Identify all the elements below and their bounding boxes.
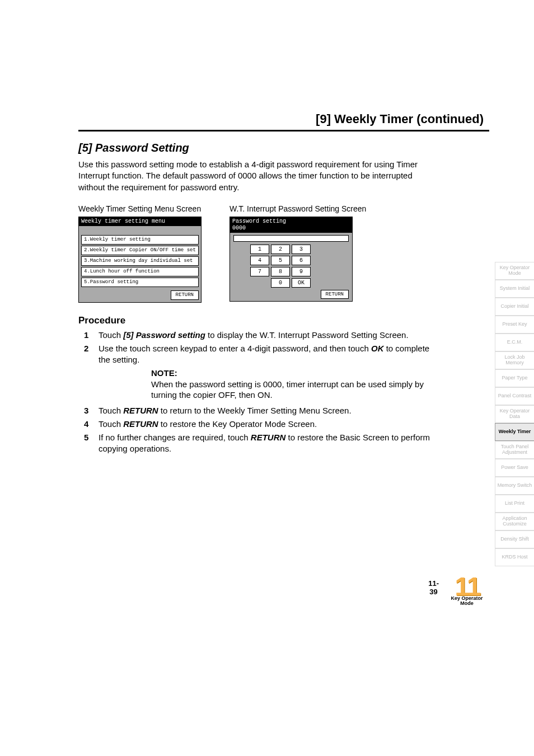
footer: 11-39 11 Key Operator Mode [78, 595, 489, 640]
procedure-step-4: 4 Touch RETURN to restore the Key Operat… [84, 419, 431, 430]
procedure-step-5: 5 If no further changes are required, to… [84, 432, 431, 455]
tab-key-operator-data[interactable]: Key Operator Data [495, 405, 534, 423]
password-screen-block: W.T. Interrupt Password Setting Screen P… [229, 204, 366, 303]
document-page: [9] Weekly Timer (continued) [5] Passwor… [0, 0, 534, 673]
tab-memory-switch[interactable]: Memory Switch [495, 477, 534, 495]
keypad-8[interactable]: 8 [271, 267, 290, 276]
password-screen-title: Password setting [232, 218, 350, 225]
keypad-0[interactable]: 0 [271, 278, 290, 288]
menu-return-button[interactable]: RETURN [171, 290, 199, 300]
menu-screen: Weekly timer setting menu 1.Weekly timer… [78, 217, 202, 303]
password-keypad: 1 2 3 4 5 6 7 8 9 0 OK [230, 243, 352, 290]
tab-system-initial[interactable]: System Initial [495, 280, 534, 298]
chapter-number: 11 [444, 576, 489, 597]
procedure-step-2: 2 Use the touch screen keypad to enter a… [84, 343, 431, 366]
header-title: [9] Weekly Timer (continued) [78, 112, 489, 126]
keypad-3[interactable]: 3 [292, 245, 311, 254]
note-text: When the password setting is 0000, timer… [151, 379, 431, 401]
note-label: NOTE: [151, 368, 431, 378]
tab-ecm[interactable]: E.C.M. [495, 334, 534, 351]
screens-row: Weekly Timer Setting Menu Screen Weekly … [78, 204, 489, 303]
section-intro: Use this password setting mode to establ… [78, 159, 425, 193]
sidebar-tabs: Key Operator Mode System Initial Copier … [495, 262, 534, 566]
tab-krds-host[interactable]: KRDS Host [495, 548, 534, 566]
password-screen-value: 0000 [232, 225, 350, 232]
menu-item-4[interactable]: 4.Lunch hour off function [81, 267, 199, 276]
menu-item-2[interactable]: 2.Weekly timer Copier ON/OFF time set [81, 246, 199, 255]
tab-copier-initial[interactable]: Copier Initial [495, 298, 534, 316]
keypad-2[interactable]: 2 [271, 245, 290, 254]
tab-density-shift[interactable]: Density Shift [495, 530, 534, 548]
keypad-4[interactable]: 4 [250, 256, 269, 265]
keypad-9[interactable]: 9 [292, 267, 311, 276]
tab-paper-type[interactable]: Paper Type [495, 369, 534, 387]
section-title: [5] Password Setting [78, 142, 489, 154]
keypad-ok[interactable]: OK [292, 278, 311, 288]
tab-application-customize[interactable]: Application Customize [495, 513, 534, 530]
menu-item-1[interactable]: 1.Weekly timer setting [81, 235, 199, 245]
tab-lock-job-memory[interactable]: Lock Job Memory [495, 351, 534, 369]
tab-list-print[interactable]: List Print [495, 495, 534, 513]
password-screen: Password setting 0000 1 2 3 4 5 6 7 8 9 … [229, 217, 353, 302]
procedure-step-1: 1 Touch [5] Password setting to display … [84, 330, 431, 341]
note-block: NOTE: When the password setting is 0000,… [151, 368, 431, 401]
step-number: 3 [84, 405, 99, 416]
tab-key-operator-mode[interactable]: Key Operator Mode [495, 262, 534, 280]
tab-touch-panel-adjustment[interactable]: Touch Panel Adjustment [495, 441, 534, 459]
keypad-6[interactable]: 6 [292, 256, 311, 265]
keypad-5[interactable]: 5 [271, 256, 290, 265]
tab-panel-contrast[interactable]: Panel Contrast [495, 387, 534, 405]
chapter-label: Key Operator Mode [444, 596, 489, 606]
keypad-7[interactable]: 7 [250, 267, 269, 276]
procedure-list-cont: 3 Touch RETURN to return to the Weekly T… [84, 405, 431, 455]
password-screen-caption: W.T. Interrupt Password Setting Screen [229, 204, 366, 213]
step-number: 5 [84, 432, 99, 455]
step-number: 2 [84, 343, 99, 366]
page-number: 11-39 [428, 579, 439, 596]
menu-screen-caption: Weekly Timer Setting Menu Screen [78, 204, 202, 213]
menu-item-3[interactable]: 3.Machine working day individual set [81, 256, 199, 266]
password-display-bar [233, 235, 349, 242]
tab-preset-key[interactable]: Preset Key [495, 316, 534, 334]
tab-weekly-timer[interactable]: Weekly Timer [495, 423, 534, 441]
procedure-heading: Procedure [78, 315, 489, 326]
step-number: 4 [84, 419, 99, 430]
procedure-step-3: 3 Touch RETURN to return to the Weekly T… [84, 405, 431, 416]
menu-item-5[interactable]: 5.Password setting [81, 278, 199, 287]
password-return-button[interactable]: RETURN [321, 290, 349, 299]
procedure-list: 1 Touch [5] Password setting to display … [84, 330, 431, 366]
step-number: 1 [84, 330, 99, 341]
header-rule [78, 130, 489, 132]
menu-screen-title: Weekly timer setting menu [79, 217, 201, 226]
menu-screen-block: Weekly Timer Setting Menu Screen Weekly … [78, 204, 202, 303]
tab-power-save[interactable]: Power Save [495, 459, 534, 477]
keypad-1[interactable]: 1 [250, 245, 269, 254]
password-screen-header: Password setting 0000 [230, 217, 352, 233]
